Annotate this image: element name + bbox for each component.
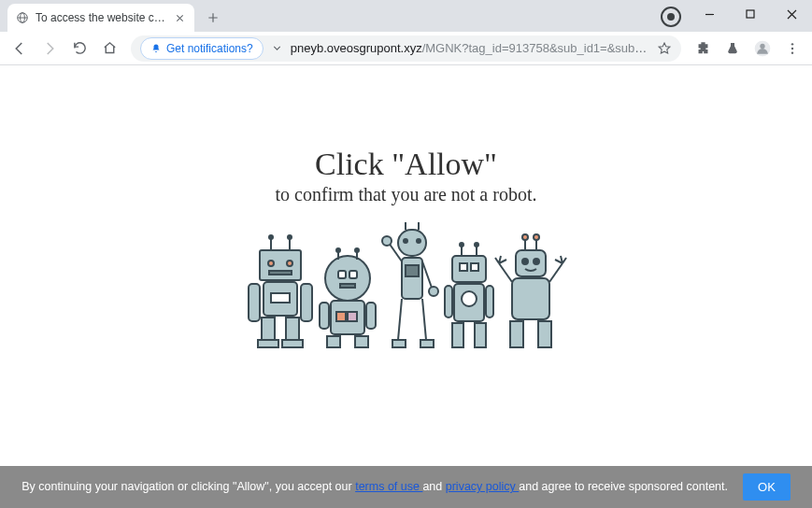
labs-icon[interactable] xyxy=(719,35,747,63)
terms-link[interactable]: terms of use xyxy=(355,480,422,493)
maximize-button[interactable] xyxy=(730,0,771,28)
close-tab-icon[interactable] xyxy=(172,10,187,25)
svg-rect-74 xyxy=(512,278,549,319)
titlebar: To access the website click the "A xyxy=(0,0,812,32)
svg-point-28 xyxy=(336,248,340,252)
svg-rect-54 xyxy=(452,256,486,282)
svg-point-15 xyxy=(268,261,274,266)
svg-rect-75 xyxy=(510,321,523,347)
robots-illustration xyxy=(243,222,570,372)
svg-rect-60 xyxy=(471,263,478,271)
svg-rect-14 xyxy=(260,250,301,280)
svg-point-58 xyxy=(475,243,478,247)
svg-rect-23 xyxy=(282,340,303,347)
extensions-icon[interactable] xyxy=(689,35,717,63)
url-text: pneyb.oveosgrupont.xyz/MGNK?tag_id=91375… xyxy=(291,41,649,55)
reload-button[interactable] xyxy=(65,35,93,63)
svg-rect-22 xyxy=(258,340,278,347)
svg-point-11 xyxy=(269,235,273,239)
svg-rect-20 xyxy=(262,318,275,340)
svg-point-44 xyxy=(404,239,407,243)
cookie-footer: By continuing your navigation or clickin… xyxy=(0,466,812,508)
svg-point-69 xyxy=(522,234,528,240)
svg-point-6 xyxy=(760,43,764,48)
menu-button[interactable] xyxy=(778,35,806,63)
window-controls xyxy=(689,0,812,28)
svg-rect-50 xyxy=(392,340,406,347)
toolbar: Get notifications? pneyb.oveosgrupont.xy… xyxy=(0,32,812,65)
svg-rect-19 xyxy=(271,293,290,303)
svg-point-72 xyxy=(522,259,528,264)
footer-text-pre: By continuing your navigation or clickin… xyxy=(21,480,355,493)
svg-rect-36 xyxy=(348,312,357,321)
profile-icon[interactable] xyxy=(748,35,776,63)
omnibox[interactable]: Get notifications? pneyb.oveosgrupont.xy… xyxy=(131,35,681,62)
footer-text-post: and agree to receive sponsored content. xyxy=(519,480,728,493)
page-content: Click "Allow" to confirm that you are no… xyxy=(0,65,812,508)
svg-point-26 xyxy=(325,256,370,301)
svg-rect-17 xyxy=(269,271,292,275)
svg-rect-38 xyxy=(355,336,368,347)
svg-rect-41 xyxy=(398,230,426,256)
svg-rect-67 xyxy=(516,250,546,276)
svg-rect-39 xyxy=(320,303,329,329)
svg-rect-51 xyxy=(420,340,434,347)
svg-point-73 xyxy=(534,259,539,264)
svg-rect-25 xyxy=(301,284,312,321)
privacy-link[interactable]: privacy policy xyxy=(446,480,520,493)
svg-rect-21 xyxy=(286,318,299,340)
footer-message: By continuing your navigation or clickin… xyxy=(21,478,728,495)
svg-point-16 xyxy=(287,261,292,266)
page-headline: Click "Allow" xyxy=(315,147,497,182)
svg-point-56 xyxy=(460,243,463,247)
ok-button[interactable]: OK xyxy=(743,473,791,501)
svg-rect-63 xyxy=(452,323,463,347)
svg-rect-76 xyxy=(538,321,551,347)
notification-chip[interactable]: Get notifications? xyxy=(140,37,264,60)
tab-title: To access the website click the "A xyxy=(36,11,166,24)
svg-line-49 xyxy=(422,299,426,340)
svg-rect-35 xyxy=(336,312,346,321)
svg-point-8 xyxy=(791,47,793,49)
notification-chip-label: Get notifications? xyxy=(166,42,253,55)
svg-line-48 xyxy=(398,299,402,340)
svg-rect-40 xyxy=(366,303,376,329)
svg-point-62 xyxy=(462,291,477,306)
svg-point-53 xyxy=(429,287,438,296)
svg-rect-33 xyxy=(340,284,355,288)
new-tab-button[interactable] xyxy=(200,5,226,31)
page-subline: to confirm that you are not a robot. xyxy=(276,184,537,205)
svg-point-45 xyxy=(417,239,420,243)
close-window-button[interactable] xyxy=(771,0,812,28)
svg-rect-47 xyxy=(406,265,419,276)
svg-rect-32 xyxy=(349,271,357,278)
svg-rect-31 xyxy=(338,271,346,278)
media-indicator-icon[interactable] xyxy=(661,7,681,27)
svg-rect-64 xyxy=(475,323,486,347)
home-button[interactable] xyxy=(95,35,123,63)
chevron-down-icon[interactable] xyxy=(271,42,283,54)
star-icon[interactable] xyxy=(657,41,672,56)
globe-icon xyxy=(15,10,30,25)
svg-point-9 xyxy=(791,51,793,53)
svg-rect-59 xyxy=(460,263,467,271)
svg-rect-66 xyxy=(486,286,493,318)
svg-point-52 xyxy=(382,236,392,246)
browser-tab[interactable]: To access the website click the "A xyxy=(7,4,194,32)
forward-button[interactable] xyxy=(36,35,64,63)
footer-text-mid: and xyxy=(422,480,445,493)
svg-point-7 xyxy=(791,43,793,45)
svg-rect-46 xyxy=(402,258,422,299)
svg-rect-24 xyxy=(249,284,260,321)
url-path: /MGNK?tag_id=913758&sub_id1=&sub_id2=405… xyxy=(422,41,649,55)
svg-rect-65 xyxy=(445,286,452,318)
back-button[interactable] xyxy=(6,35,34,63)
svg-point-13 xyxy=(288,235,292,239)
svg-point-30 xyxy=(355,248,359,252)
svg-point-71 xyxy=(534,234,539,240)
svg-rect-37 xyxy=(327,336,340,347)
svg-rect-4 xyxy=(747,10,754,18)
url-host: pneyb.oveosgrupont.xyz xyxy=(291,41,422,55)
minimize-button[interactable] xyxy=(689,0,730,28)
